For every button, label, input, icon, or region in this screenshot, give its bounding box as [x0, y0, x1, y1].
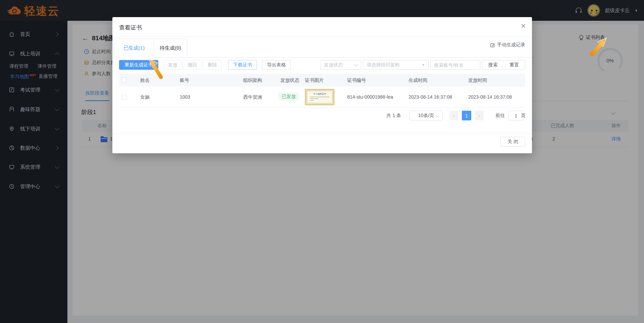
goto-label: 前往 [495, 111, 505, 120]
col-issued: 发放时间 [468, 74, 487, 87]
row-checkbox[interactable] [122, 95, 127, 100]
tab-generated[interactable]: 已生成(1) [114, 39, 154, 58]
close-button[interactable]: 关 闭 [500, 137, 525, 147]
modal-header: 查看证书 ✕ [112, 17, 532, 37]
cell-issued: 2023-08-14 16:37:08 [468, 94, 512, 100]
total-count: 共 1 条 [386, 111, 401, 120]
cert-table-header: 姓名 账号 组织架构 发放状态 证书图片 证书编号 生成时间 发放时间 [119, 74, 525, 87]
reset-button[interactable]: 重置 [509, 62, 519, 68]
col-account: 账号 [180, 74, 189, 87]
view-certificate-modal: 查看证书 ✕ 已生成(1) 待生成(0) 手动生成记录 重新生成证书 发放 撤回… [112, 17, 532, 153]
download-cert-button[interactable]: 下载证书 [228, 60, 257, 70]
issue-status-select[interactable]: 发放状态 [320, 60, 361, 70]
page-size-select[interactable]: 10条/页 [410, 111, 443, 120]
prev-page-button[interactable]: ‹ [449, 111, 459, 120]
caret-down-icon: ▼ [422, 63, 425, 67]
cell-name: 女娲 [140, 94, 150, 100]
divider [112, 133, 532, 134]
search-button[interactable]: 搜索 [488, 62, 498, 68]
export-table-button[interactable]: 导出表格 [262, 60, 291, 70]
delete-button[interactable]: 删除 [203, 60, 222, 70]
manual-generate-link[interactable]: 手动生成记录 [490, 42, 525, 48]
edit-icon [490, 43, 495, 48]
cell-cert-no: 814-stu-00001988-lea [347, 94, 393, 100]
issue-button[interactable]: 发放 [163, 60, 182, 70]
select-placeholder: 请选择组织架构 [367, 62, 399, 68]
search-reset-group: 搜索 重置 [482, 60, 525, 70]
revoke-button[interactable]: 撤回 [183, 60, 202, 70]
cert-table-row: 女娲 1003 西牛贺洲 已发放 学习地图证书 814-stu-00001988… [119, 87, 525, 108]
manual-generate-label: 手动生成记录 [497, 42, 525, 48]
select-placeholder: 发放状态 [324, 62, 343, 68]
close-icon[interactable]: ✕ [521, 23, 526, 29]
divider [112, 57, 532, 58]
col-org: 组织架构 [243, 74, 262, 87]
current-page-button[interactable]: 1 [462, 111, 471, 120]
cert-thumbnail[interactable]: 学习地图证书 [305, 89, 334, 105]
next-page-button[interactable]: › [475, 111, 484, 120]
pointer-arrow-to-cert-list [588, 38, 608, 56]
cell-created: 2023-08-14 16:37:08 [409, 94, 452, 100]
cell-org: 西牛贺洲 [243, 94, 262, 100]
search-input[interactable] [431, 62, 480, 68]
col-cert-no: 证书编号 [347, 74, 366, 87]
page-size-value: 10条/页 [418, 113, 434, 119]
col-status: 发放状态 [280, 74, 299, 87]
pagination: 共 1 条 10条/页 ‹ 1 › 前往 页 [119, 111, 525, 120]
page-unit-label: 页 [521, 111, 526, 120]
chevron-down-icon [354, 62, 358, 66]
col-created: 生成时间 [409, 74, 427, 87]
org-structure-select[interactable]: 请选择组织架构 ▼ [363, 60, 429, 70]
select-all-checkbox[interactable] [122, 77, 127, 83]
modal-title: 查看证书 [119, 24, 142, 32]
cert-thumbnail-title: 学习地图证书 [309, 93, 331, 96]
pointer-arrow-to-regenerate [148, 58, 165, 79]
col-cert-image: 证书图片 [305, 74, 324, 87]
cert-thumbnail-inner: 学习地图证书 [307, 91, 332, 103]
search-field[interactable] [430, 60, 480, 70]
status-badge: 已发放 [279, 93, 299, 101]
cell-account: 1003 [180, 94, 190, 100]
tab-pending[interactable]: 待生成(0) [154, 39, 187, 58]
